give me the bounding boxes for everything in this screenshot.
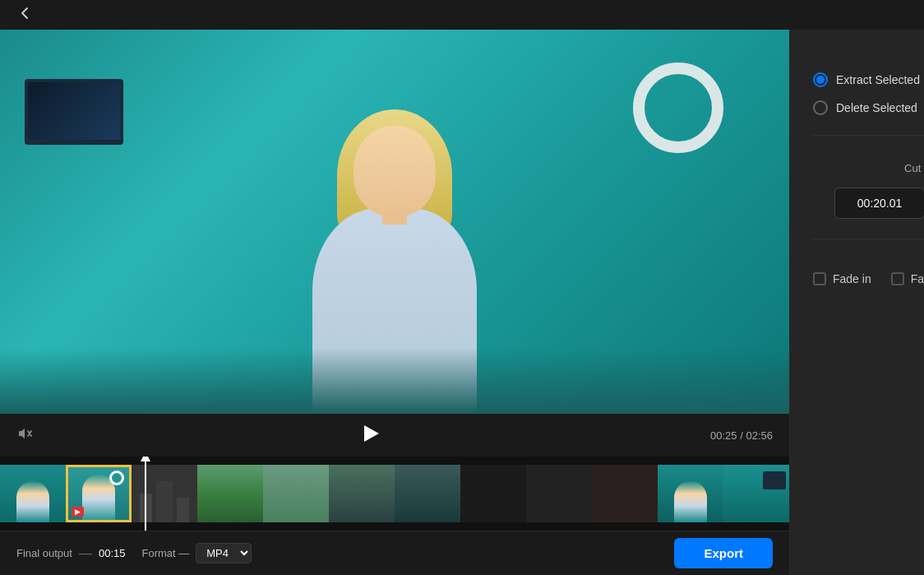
output-duration: 00:15 xyxy=(99,547,126,559)
start-time-input[interactable] xyxy=(834,188,924,219)
timeline-thumb-4[interactable] xyxy=(197,465,263,522)
timeline-thumb-6[interactable] xyxy=(329,465,395,522)
top-bar xyxy=(0,0,924,30)
format-label: Format — xyxy=(141,547,189,559)
export-button[interactable]: Export xyxy=(674,538,773,568)
cut-inputs: to xyxy=(813,188,924,219)
timeline-thumb-7[interactable] xyxy=(395,465,460,522)
divider-2 xyxy=(813,239,924,239)
fade-in-checkbox[interactable] xyxy=(813,272,826,285)
radio-group: Extract Selected Delete Selected xyxy=(813,49,924,115)
fade-in-option[interactable]: Fade in xyxy=(813,272,871,285)
time-display: 00:25 / 02:56 xyxy=(710,429,773,442)
extract-radio[interactable] xyxy=(813,72,828,87)
video-preview xyxy=(0,30,789,414)
timeline-thumb-8[interactable] xyxy=(460,465,526,522)
video-background xyxy=(0,30,789,414)
fade-section: Fade in Fade out xyxy=(813,259,924,285)
play-icon xyxy=(364,425,379,442)
timeline-thumb-9[interactable] xyxy=(526,465,592,522)
delete-radio[interactable] xyxy=(813,100,828,115)
cut-section: Cut from, sec: to xyxy=(813,155,924,219)
timeline-thumb-12[interactable] xyxy=(723,465,789,522)
thumb-badge: ▶ xyxy=(72,507,84,517)
divider-1 xyxy=(813,135,924,136)
app-container: 00:25 / 02:56 ▶ xyxy=(0,0,924,575)
bottom-bar: Final output — 00:15 Format — MP4 MOV AV… xyxy=(0,531,789,575)
timeline-thumb-2[interactable]: ▶ xyxy=(66,465,132,522)
play-button[interactable] xyxy=(364,425,379,446)
total-time: 02:56 xyxy=(746,429,773,442)
fade-out-label: Fade out xyxy=(911,272,924,285)
timeline-thumb-5[interactable] xyxy=(263,465,329,522)
cut-from-label: Cut from, sec: xyxy=(813,162,924,174)
final-output-label: Final output xyxy=(16,547,72,559)
fade-out-checkbox[interactable] xyxy=(891,272,904,285)
fade-out-option[interactable]: Fade out xyxy=(891,272,924,285)
extract-label: Extract Selected xyxy=(836,73,920,86)
delete-label: Delete Selected xyxy=(836,101,917,114)
delete-selected-option[interactable]: Delete Selected xyxy=(813,100,924,115)
ring-light xyxy=(633,63,723,153)
playback-bar: 00:25 / 02:56 xyxy=(0,414,789,457)
extract-selected-option[interactable]: Extract Selected xyxy=(813,72,924,87)
format-select[interactable]: MP4 MOV AVI xyxy=(196,543,252,563)
desk-background xyxy=(0,348,789,414)
right-panel: Extract Selected Delete Selected Cut fro… xyxy=(789,30,924,575)
timeline-strip: ▶ xyxy=(0,465,789,522)
back-button[interactable] xyxy=(10,2,39,29)
left-panel: 00:25 / 02:56 ▶ xyxy=(0,30,789,575)
timeline-thumb-11[interactable] xyxy=(658,465,723,522)
monitor-screen xyxy=(28,82,120,140)
timeline-thumb-3[interactable] xyxy=(132,465,197,522)
timeline-thumb-10[interactable] xyxy=(592,465,658,522)
current-time: 00:25 xyxy=(710,429,737,442)
playhead[interactable] xyxy=(145,457,146,531)
fade-in-label: Fade in xyxy=(833,272,871,285)
timeline-thumb-1[interactable] xyxy=(0,465,66,522)
main-content: 00:25 / 02:56 ▶ xyxy=(0,30,924,575)
output-dash: — xyxy=(79,546,92,561)
timeline: ▶ xyxy=(0,457,789,531)
mute-button[interactable] xyxy=(16,425,33,445)
